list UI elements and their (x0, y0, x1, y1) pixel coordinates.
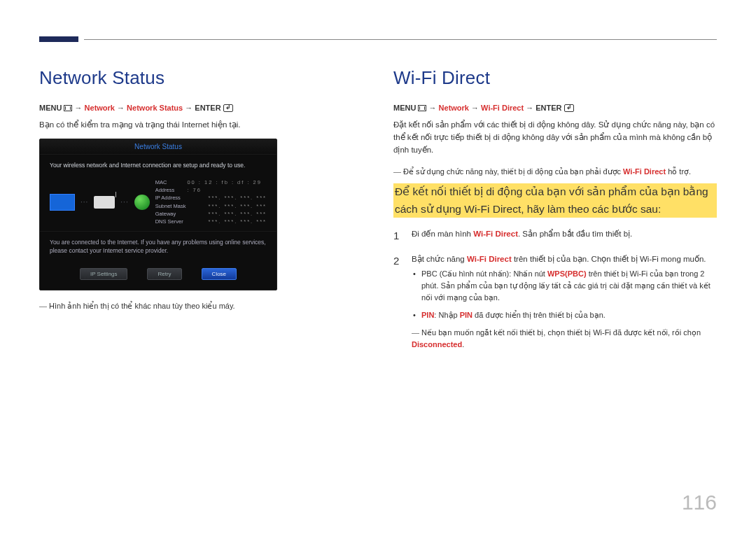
header-rule (84, 39, 717, 40)
right-column: Wi-Fi Direct MENU → Network → Wi-Fi Dire… (393, 67, 717, 359)
wifi-direct-term: Wi-Fi Direct (623, 167, 666, 176)
menu-seg-network: Network (85, 104, 115, 112)
step-2: 2 Bật chức năng Wi-Fi Direct trên thiết … (393, 253, 717, 351)
sub-bullet-list: PBC (Cấu hình nút nhấn): Nhấn nút WPS(PB… (412, 268, 717, 321)
left-footnote: Hình ảnh hiển thị có thể khác nhau tùy t… (39, 300, 363, 312)
screenshot-buttons: IP Settings Retry Close (40, 261, 276, 290)
gw-label: Gateway (155, 210, 176, 218)
section-heading-network-status: Network Status (39, 67, 363, 89)
ip-value: ***. ***. ***. *** (208, 194, 267, 202)
highlighted-instruction: Để kết nối thiết bị di động của bạn với … (393, 183, 717, 217)
menu-seg-network: Network (439, 104, 469, 112)
menu-label: MENU (39, 104, 62, 112)
retry-button[interactable]: Retry (147, 268, 181, 280)
wifi-direct-term: Wi-Fi Direct (473, 230, 518, 238)
gw-value: ***. ***. ***. *** (208, 210, 267, 218)
menu-enter-label: ENTER (536, 104, 561, 112)
two-column-layout: Network Status MENU → Network → Network … (39, 0, 717, 359)
globe-icon (134, 195, 150, 210)
disconnected-term: Disconnected (412, 340, 462, 349)
network-info-block: MAC Address00 : 12 : fb : df : 29 : 76 I… (155, 178, 267, 226)
right-note-1: Để sử dụng chức năng này, thiết bị di độ… (393, 166, 717, 178)
wifi-direct-term: Wi-Fi Direct (467, 255, 512, 263)
wps-pbc-term: WPS(PBC) (547, 269, 587, 278)
ip-label: IP Address (155, 194, 181, 202)
mac-label: MAC Address (155, 178, 183, 195)
step-number: 2 (393, 253, 403, 351)
connection-dots: ··· (80, 198, 88, 206)
pin-term: PIN (421, 311, 434, 319)
menu-icon (418, 105, 426, 111)
step-list: 1 Đi đến màn hình Wi-Fi Direct. Sản phẩm… (393, 227, 717, 351)
network-status-screenshot: Network Status Your wireless network and… (39, 139, 277, 290)
ip-settings-button[interactable]: IP Settings (80, 268, 128, 280)
header-accent-bar (39, 36, 78, 42)
bullet-pin: PIN: Nhập PIN đã được hiển thị trên thiế… (412, 309, 717, 321)
tv-icon (50, 194, 75, 211)
bullet-pbc: PBC (Cấu hình nút nhấn): Nhấn nút WPS(PB… (412, 268, 717, 304)
subnet-label: Subnet Mask (155, 202, 186, 210)
menu-seg-wifi-direct: Wi-Fi Direct (481, 104, 524, 112)
right-body-text: Đặt kết nối sản phẩm với các thiết bị di… (393, 119, 717, 156)
screenshot-title: Network Status (40, 139, 276, 155)
dns-label: DNS Server (155, 218, 183, 225)
menu-label: MENU (393, 104, 416, 112)
connection-dots: ··· (120, 198, 128, 206)
section-heading-wifi-direct: Wi-Fi Direct (393, 67, 717, 89)
router-icon (94, 196, 115, 209)
dns-value: ***. ***. ***. *** (208, 218, 267, 225)
page-number: 116 (682, 491, 717, 514)
menu-icon (64, 105, 72, 111)
left-body-text: Bạn có thể kiểm tra mạng và trạng thái I… (39, 119, 363, 132)
left-column: Network Status MENU → Network → Network … (39, 67, 363, 359)
step-number: 1 (393, 227, 403, 244)
menu-path-network-status: MENU → Network → Network Status → ENTER (39, 103, 363, 112)
screenshot-diagram: ··· ··· MAC Address00 : 12 : fb : df : 2… (40, 173, 276, 232)
screenshot-status-line: Your wireless network and Internet conne… (40, 155, 276, 173)
screenshot-footer-text: You are connected to the Internet. If yo… (40, 231, 276, 261)
menu-enter-label: ENTER (195, 104, 220, 112)
mac-value: 00 : 12 : fb : df : 29 : 76 (187, 178, 267, 195)
disconnect-note: Nếu bạn muốn ngắt kết nối thiết bị, chọn… (412, 327, 717, 351)
menu-path-wifi-direct: MENU → Network → Wi-Fi Direct → ENTER (393, 103, 717, 112)
pin-term: PIN (460, 311, 472, 319)
subnet-value: ***. ***. ***. *** (208, 202, 267, 210)
enter-icon (564, 104, 574, 112)
menu-seg-network-status: Network Status (127, 104, 183, 112)
step-1: 1 Đi đến màn hình Wi-Fi Direct. Sản phẩm… (393, 227, 717, 244)
enter-icon (223, 104, 233, 112)
close-button[interactable]: Close (202, 268, 237, 280)
